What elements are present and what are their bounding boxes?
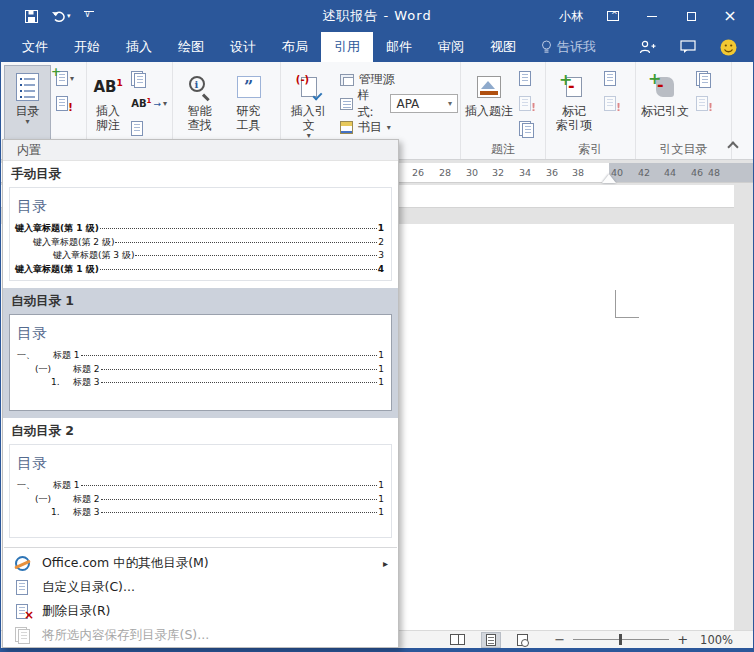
bibliography-button[interactable]: 书目▾ (340, 116, 458, 139)
close-button[interactable]: × (721, 7, 739, 25)
insert-index-icon (604, 71, 616, 86)
customize-qat-button[interactable] (84, 11, 94, 21)
mark-entry-button[interactable]: +- 标记 索引项 (549, 65, 599, 141)
tab-mailings[interactable]: 邮件 (373, 32, 425, 62)
update-index-icon: ! (604, 96, 616, 111)
group-captions: 插入题注 ! 题注 (461, 62, 546, 159)
citation-style-select[interactable]: APA▾ (390, 94, 458, 113)
menu-item-remove-toc[interactable]: × 删除目录(R) (3, 599, 398, 623)
user-name[interactable]: 小林 (559, 8, 583, 25)
insert-table-of-figures-button[interactable] (516, 68, 537, 89)
tab-insert[interactable]: 插入 (113, 32, 165, 62)
menu-item-label: 自定义目录(C)... (42, 579, 135, 596)
toc-entry: 键入章标题(第 3 级)3 (53, 250, 384, 260)
ribbon-display-options-icon (607, 11, 619, 21)
next-footnote-button[interactable]: AB1→▾ (128, 93, 170, 114)
submenu-arrow-icon: ▸ (383, 558, 388, 569)
office-com-icon (15, 556, 30, 571)
menu-item-custom-toc[interactable]: 自定义目录(C)... (3, 575, 398, 599)
toc-button[interactable]: 目录 ▾ (4, 65, 51, 141)
gallery-item-automatic-toc-2[interactable]: 自动目录 2 目录 一、标题 11 (一)标题 21 1.标题 31 (3, 418, 398, 545)
insert-footnote-button[interactable]: AB1 插入脚注 (90, 65, 126, 141)
gallery-preview: 目录 一、标题 11 (一)标题 21 1.标题 31 (9, 444, 392, 538)
update-table-of-figures-button: ! (516, 93, 537, 114)
update-table-of-authorities-icon: ! (696, 96, 708, 111)
comments-icon[interactable] (680, 40, 696, 54)
ruler-number: 34 (519, 167, 531, 178)
save-button[interactable] (25, 10, 38, 23)
smiley-icon[interactable] (720, 39, 737, 56)
ruler-number: 30 (466, 167, 478, 178)
update-toc-button[interactable]: ! (53, 93, 77, 114)
share-icon[interactable] (639, 40, 656, 55)
page-crop-mark (615, 317, 639, 318)
undo-dropdown-arrow[interactable]: ▾ (67, 12, 71, 20)
titlebar-right: 小林 × (559, 7, 739, 25)
research-tools-icon: ” (237, 76, 261, 98)
insert-table-of-figures-icon (519, 71, 531, 86)
minimize-button[interactable] (643, 7, 661, 25)
insert-citation-button[interactable]: (-) 插入引文 ▾ (284, 65, 334, 141)
toc-preview-title: 目录 (17, 324, 391, 343)
tab-design[interactable]: 设计 (217, 32, 269, 62)
zoom-slider[interactable] (573, 639, 669, 640)
citation-style-value: APA (396, 97, 419, 111)
insert-index-button[interactable] (601, 68, 619, 89)
insert-endnote-button[interactable] (128, 68, 170, 89)
insert-caption-icon (477, 76, 501, 98)
research-tools-button[interactable]: ” 研究 工具 (225, 65, 272, 141)
right-indent-marker[interactable] (602, 174, 616, 183)
group-index: +- 标记 索引项 ! 索引 (546, 62, 636, 159)
tab-review[interactable]: 审阅 (425, 32, 477, 62)
toc-entry: (一)标题 21 (10, 364, 384, 374)
show-notes-button[interactable] (128, 118, 170, 139)
bibliography-icon (340, 121, 353, 134)
ruler-number: 46 (691, 167, 703, 178)
tab-layout[interactable]: 布局 (269, 32, 321, 62)
gallery-item-automatic-toc-1[interactable]: 自动目录 1 目录 一、标题 11 (一)标题 21 1.标题 31 (3, 288, 398, 418)
read-mode-button[interactable] (446, 632, 469, 647)
zoom-level[interactable]: 100% (700, 633, 733, 647)
update-table-of-authorities-button: ! (693, 93, 714, 114)
tab-references[interactable]: 引用 (321, 32, 373, 62)
tell-me-box[interactable]: 告诉我 (529, 32, 608, 62)
page-crop-mark (615, 290, 616, 317)
tell-me-label: 告诉我 (557, 38, 596, 56)
tab-file[interactable]: 文件 (9, 32, 61, 62)
web-layout-button[interactable] (513, 632, 532, 648)
print-layout-button[interactable] (481, 632, 501, 648)
gallery-item-name: 自动目录 2 (3, 419, 398, 442)
add-text-button[interactable]: +▾ (53, 68, 77, 89)
smart-lookup-button[interactable]: i 智能 查找 (176, 65, 223, 141)
tab-home[interactable]: 开始 (61, 32, 113, 62)
maximize-icon (687, 12, 696, 21)
zoom-slider-thumb[interactable] (619, 634, 622, 645)
cross-reference-button[interactable] (516, 118, 537, 139)
ribbon-tab-row: 文件 开始 插入 绘图 设计 布局 引用 邮件 审阅 视图 告诉我 (1, 32, 753, 62)
insert-table-of-authorities-button[interactable] (693, 68, 714, 89)
zoom-out-button[interactable]: − (554, 633, 565, 646)
menu-item-label: 将所选内容保存到目录库(S)... (42, 627, 209, 644)
undo-icon (51, 10, 65, 23)
ruler-number: 36 (546, 167, 558, 178)
maximize-button[interactable] (682, 7, 700, 25)
undo-button[interactable]: ▾ (51, 10, 71, 23)
tab-view[interactable]: 视图 (477, 32, 529, 62)
title-bar: ▾ 述职报告 - Word 小林 × (1, 0, 753, 32)
ribbon-display-options-button[interactable] (604, 7, 622, 25)
ruler-number: 42 (638, 167, 650, 178)
mark-entry-label-2: 索引项 (556, 118, 592, 132)
mark-citation-button[interactable]: +- 标记引文 (639, 65, 691, 141)
close-icon: × (723, 8, 736, 24)
tabrow-right-icons (639, 32, 737, 62)
tab-draw[interactable]: 绘图 (165, 32, 217, 62)
zoom-in-button[interactable]: + (677, 633, 688, 646)
insert-caption-button[interactable]: 插入题注 (464, 65, 514, 141)
group-toa: +- 标记引文 ! 引文目录 (636, 62, 732, 159)
style-row: 样式: APA▾ (340, 92, 458, 115)
toc-entry: 1.标题 31 (10, 377, 384, 387)
update-index-button: ! (601, 93, 619, 114)
menu-item-more-toc-from-office[interactable]: Office.com 中的其他目录(M) ▸ (3, 551, 398, 575)
manage-sources-label: 管理源 (359, 71, 395, 88)
gallery-item-manual-toc[interactable]: 手动目录 目录 键入章标题(第 1 级)1 键入章标题(第 2 级)2 键入章标… (3, 161, 398, 288)
